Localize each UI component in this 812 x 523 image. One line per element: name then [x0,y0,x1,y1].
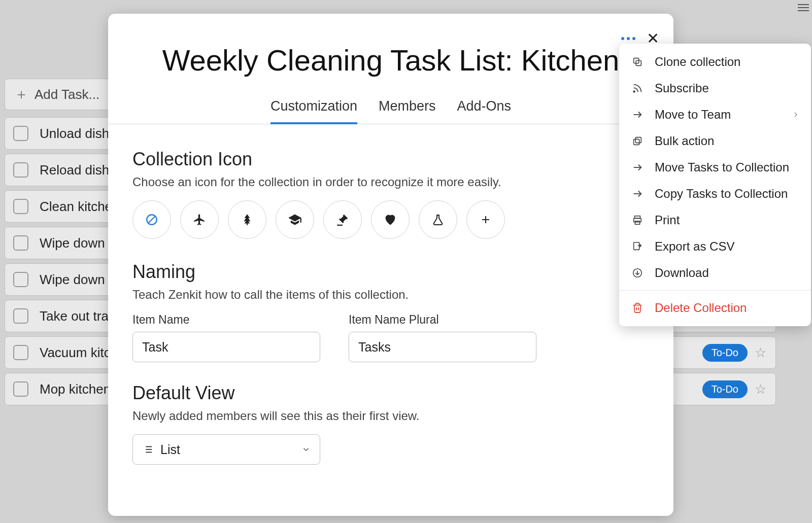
print-icon [630,213,645,227]
item-plural-field[interactable] [349,332,536,362]
item-name-label: Item Name [132,313,320,327]
menu-label: Clone collection [655,55,740,69]
menu-print[interactable]: Print [619,207,811,233]
menu-clone-collection[interactable]: Clone collection [619,49,811,75]
menu-label: Move Tasks to Collection [655,160,789,175]
task-checkbox[interactable] [13,345,28,360]
task-label: Mop kitchen [40,381,111,397]
icon-option-gavel[interactable] [323,200,362,239]
chevron-down-icon [301,445,311,454]
menu-label: Bulk action [655,134,714,148]
menu-move-to-team[interactable]: Move to Team [619,101,811,128]
task-checkbox[interactable] [13,235,28,251]
svg-rect-20 [635,221,639,224]
star-icon[interactable]: ☆ [755,381,766,397]
menu-delete-collection[interactable]: Delete Collection [619,295,811,321]
menu-label: Move to Team [655,108,731,122]
icon-option-flask[interactable] [419,200,457,239]
task-checkbox[interactable] [13,308,28,324]
chevron-right-icon [792,111,800,119]
todo-badge: To-Do [702,344,748,362]
arrow-right-icon [630,160,645,175]
clone-icon [630,55,645,69]
icon-option-add[interactable] [466,200,505,239]
more-options-icon[interactable] [621,37,635,40]
item-plural-label: Item Name Plural [349,313,536,327]
menu-subscribe[interactable]: Subscribe [619,75,811,101]
task-checkbox[interactable] [13,199,28,214]
rss-icon [630,81,645,95]
icon-option-heart[interactable] [371,200,410,239]
default-view-heading: Default View [132,382,643,404]
naming-sub: Teach Zenkit how to call the items of th… [132,288,643,302]
download-icon [630,266,645,280]
svg-line-1 [149,217,155,223]
default-view-sub: Newly added members will see this as the… [132,409,643,423]
menu-label: Export as CSV [655,239,734,254]
task-checkbox[interactable] [13,272,28,287]
default-view-select[interactable]: List [132,434,320,465]
menu-bulk-action[interactable]: Bulk action [619,128,811,154]
list-icon [142,444,153,455]
collection-settings-modal: ✕ Weekly Cleaning Task List: Kitchen Cus… [108,14,673,516]
arrow-right-icon [630,187,645,201]
menu-move-tasks[interactable]: Move Tasks to Collection [619,154,811,181]
menu-icon[interactable] [798,4,809,11]
todo-badge: To-Do [702,380,748,398]
menu-label: Delete Collection [655,301,747,315]
tab-addons[interactable]: Add-Ons [457,98,512,124]
svg-rect-15 [634,139,639,145]
task-label: Clean kitchen [40,199,120,215]
svg-rect-21 [634,242,639,250]
svg-point-12 [633,91,635,92]
naming-heading: Naming [132,261,643,283]
modal-tabs: Customization Members Add-Ons [108,98,673,124]
task-checkbox[interactable] [13,381,28,397]
default-view-value: List [160,442,180,457]
menu-label: Download [655,266,709,280]
arrow-right-icon [630,108,645,122]
collection-icon-sub: Choose an icon for the collection in ord… [132,175,643,189]
modal-title: Weekly Cleaning Task List: Kitchen [108,43,673,77]
task-checkbox[interactable] [13,126,28,141]
export-icon [630,239,645,254]
task-label: Wipe down [40,272,105,288]
collection-icon-heading: Collection Icon [132,149,643,170]
tab-members[interactable]: Members [379,98,436,124]
item-name-field[interactable] [132,332,320,362]
menu-label: Copy Tasks to Collection [655,187,788,201]
star-icon[interactable]: ☆ [755,345,766,361]
icon-option-graduation[interactable] [276,200,314,239]
menu-label: Subscribe [655,81,709,95]
menu-divider [619,290,811,291]
menu-download[interactable]: Download [619,260,811,286]
plus-icon: ＋ [14,85,28,104]
svg-rect-14 [635,137,641,143]
icon-option-none[interactable] [132,200,171,239]
task-label: Wipe down [40,235,105,251]
tab-customization[interactable]: Customization [270,98,357,124]
task-checkbox[interactable] [13,162,28,178]
menu-label: Print [655,213,680,227]
icon-option-plane[interactable] [180,200,219,239]
collection-context-menu: Clone collection Subscribe Move to Team … [619,44,811,326]
icon-option-tree[interactable] [228,200,266,239]
stack-icon [630,134,645,148]
menu-export-csv[interactable]: Export as CSV [619,233,811,260]
trash-icon [630,301,645,315]
menu-copy-tasks[interactable]: Copy Tasks to Collection [619,181,811,207]
add-task-label: Add Task... [35,87,99,102]
